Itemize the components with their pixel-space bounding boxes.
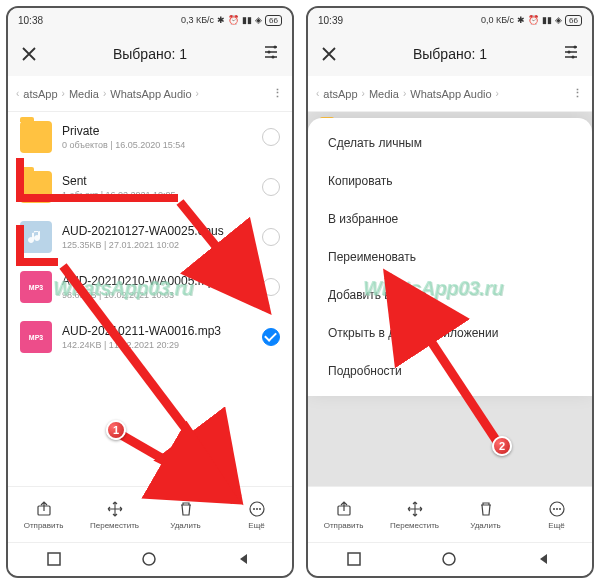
send-button[interactable]: Отправить	[308, 487, 379, 542]
svg-point-2	[272, 56, 275, 59]
chevron-right-icon: ›	[362, 88, 365, 99]
close-icon[interactable]	[20, 45, 38, 63]
step-marker-2: 2	[492, 436, 512, 456]
settings-icon[interactable]	[562, 43, 580, 65]
breadcrumb-part[interactable]: WhatsApp Audio	[410, 88, 491, 100]
select-radio[interactable]	[262, 128, 280, 146]
nav-home-icon[interactable]	[142, 552, 158, 568]
button-label: Отправить	[324, 521, 364, 530]
nav-back-icon[interactable]	[237, 552, 253, 568]
send-button[interactable]: Отправить	[8, 487, 79, 542]
svg-point-6	[256, 508, 258, 510]
item-meta: 1 объект | 16.02.2021 10:05	[62, 190, 252, 200]
header-title: Выбрано: 1	[50, 46, 250, 62]
wifi-icon: ◈	[255, 15, 262, 25]
audio-icon	[20, 221, 52, 253]
selection-header: Выбрано: 1	[8, 32, 292, 76]
select-radio[interactable]	[262, 228, 280, 246]
select-radio[interactable]	[262, 278, 280, 296]
chevron-left-icon[interactable]: ‹	[16, 88, 19, 99]
breadcrumb-part[interactable]: atsApp	[323, 88, 357, 100]
item-meta: 0 объектов | 16.05.2020 15:54	[62, 140, 252, 150]
move-button[interactable]: Переместить	[79, 487, 150, 542]
svg-point-15	[553, 508, 555, 510]
button-label: Удалить	[470, 521, 501, 530]
item-name: Sent	[62, 174, 252, 188]
delete-button[interactable]: Удалить	[150, 487, 221, 542]
select-radio[interactable]	[262, 178, 280, 196]
mp3-icon: MP3	[20, 321, 52, 353]
bottom-action-bar: Отправить Переместить Удалить Ещё	[8, 486, 292, 542]
button-label: Переместить	[390, 521, 439, 530]
settings-icon[interactable]	[262, 43, 280, 65]
more-button[interactable]: Ещё	[521, 487, 592, 542]
chevron-left-icon[interactable]: ‹	[316, 88, 319, 99]
svg-point-11	[568, 51, 571, 54]
chevron-right-icon: ›	[403, 88, 406, 99]
item-meta: 125.35KB | 27.01.2021 10:02	[62, 240, 252, 250]
more-button[interactable]: Ещё	[221, 487, 292, 542]
sheet-details[interactable]: Подробности	[308, 352, 592, 390]
item-name: AUD-20210211-WA0016.mp3	[62, 324, 252, 338]
breadcrumb[interactable]: ‹ atsApp › Media › WhatsApp Audio › ⋮	[308, 76, 592, 112]
list-item[interactable]: MP3 AUD-20210211-WA0016.mp3 142.24KB | 1…	[8, 312, 292, 362]
sheet-rename[interactable]: Переименовать	[308, 238, 592, 276]
sheet-copy[interactable]: Копировать	[308, 162, 592, 200]
sheet-archive[interactable]: Добавить в архив	[308, 276, 592, 314]
folder-icon	[20, 171, 52, 203]
button-label: Ещё	[248, 521, 264, 530]
close-icon[interactable]	[320, 45, 338, 63]
svg-point-1	[268, 51, 271, 54]
breadcrumb[interactable]: ‹ atsApp › Media › WhatsApp Audio › ⋮	[8, 76, 292, 112]
nav-recent-icon[interactable]	[47, 552, 63, 568]
file-list: Private 0 объектов | 16.05.2020 15:54 Se…	[308, 112, 592, 486]
more-icon[interactable]: ⋮	[272, 87, 284, 100]
nav-recent-icon[interactable]	[347, 552, 363, 568]
list-item[interactable]: AUD-20210127-WA0025.opus 125.35KB | 27.0…	[8, 212, 292, 262]
item-meta: 142.24KB | 11.02.2021 20:29	[62, 340, 252, 350]
mp3-icon: MP3	[20, 271, 52, 303]
nav-home-icon[interactable]	[442, 552, 458, 568]
system-nav	[308, 542, 592, 576]
sheet-open-in-app[interactable]: Открыть в другом приложении	[308, 314, 592, 352]
breadcrumb-part[interactable]: atsApp	[23, 88, 57, 100]
svg-point-5	[253, 508, 255, 510]
move-button[interactable]: Переместить	[379, 487, 450, 542]
svg-point-16	[556, 508, 558, 510]
select-radio-checked[interactable]	[262, 328, 280, 346]
bottom-action-bar: Отправить Переместить Удалить Ещё	[308, 486, 592, 542]
battery-icon: 66	[565, 15, 582, 26]
nav-back-icon[interactable]	[537, 552, 553, 568]
sheet-make-private[interactable]: Сделать личным	[308, 124, 592, 162]
more-icon[interactable]: ⋮	[572, 87, 584, 100]
status-bar: 10:39 0,0 КБ/с ✱ ⏰ ▮▮ ◈ 66	[308, 8, 592, 32]
action-sheet: Сделать личным Копировать В избранное Пе…	[308, 118, 592, 396]
status-time: 10:39	[318, 15, 343, 26]
list-item[interactable]: Sent 1 объект | 16.02.2021 10:05	[8, 162, 292, 212]
wifi-icon: ◈	[555, 15, 562, 25]
system-nav	[8, 542, 292, 576]
svg-point-10	[574, 46, 577, 49]
breadcrumb-part[interactable]: Media	[69, 88, 99, 100]
alarm-icon: ⏰	[228, 15, 239, 25]
step-marker-1: 1	[106, 420, 126, 440]
selection-header: Выбрано: 1	[308, 32, 592, 76]
breadcrumb-part[interactable]: Media	[369, 88, 399, 100]
delete-button[interactable]: Удалить	[450, 487, 521, 542]
button-label: Переместить	[90, 521, 139, 530]
svg-point-0	[274, 46, 277, 49]
list-item[interactable]: MP3 AUD-20210210-WA0005.mp3 98.69KB | 10…	[8, 262, 292, 312]
breadcrumb-part[interactable]: WhatsApp Audio	[110, 88, 191, 100]
svg-rect-8	[48, 553, 60, 565]
svg-point-17	[559, 508, 561, 510]
battery-icon: 66	[265, 15, 282, 26]
svg-point-7	[259, 508, 261, 510]
item-name: AUD-20210210-WA0005.mp3	[62, 274, 252, 288]
svg-point-9	[143, 553, 155, 565]
status-bar: 10:38 0,3 КБ/с ✱ ⏰ ▮▮ ◈ 66	[8, 8, 292, 32]
signal-icon: ▮▮	[542, 15, 552, 25]
list-item[interactable]: Private 0 объектов | 16.05.2020 15:54	[8, 112, 292, 162]
button-label: Отправить	[24, 521, 64, 530]
folder-icon	[20, 121, 52, 153]
sheet-favorite[interactable]: В избранное	[308, 200, 592, 238]
